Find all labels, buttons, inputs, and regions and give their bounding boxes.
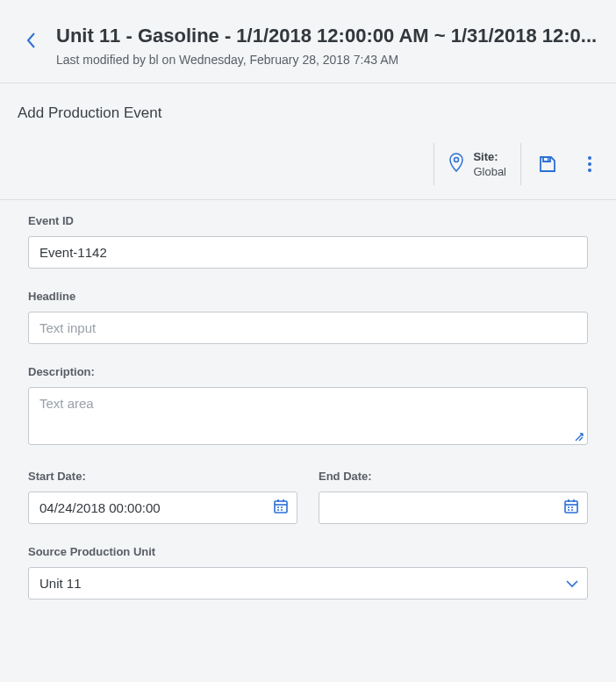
headline-label: Headline: [28, 290, 588, 303]
description-label: Description:: [28, 365, 588, 378]
more-menu-button[interactable]: [581, 152, 598, 176]
description-wrap: [28, 387, 588, 449]
source-unit-select[interactable]: [28, 567, 588, 599]
site-value: Global: [473, 165, 506, 178]
page-header: Unit 11 - Gasoline - 1/1/2018 12:00:00 A…: [0, 0, 616, 83]
start-date-col: Start Date:: [28, 470, 297, 524]
more-vertical-icon: [588, 156, 591, 172]
section-title: Add Production Event: [0, 83, 616, 122]
svg-point-0: [455, 158, 459, 162]
back-button[interactable]: [18, 26, 46, 54]
header-text-block: Unit 11 - Gasoline - 1/1/2018 12:00:00 A…: [56, 25, 598, 67]
event-id-input[interactable]: [28, 236, 588, 269]
form: Event ID Headline Description: Start Dat…: [0, 200, 616, 635]
headline-row: Headline: [28, 290, 588, 344]
end-date-col: End Date:: [319, 470, 588, 524]
end-date-input[interactable]: [319, 492, 588, 524]
start-date-input[interactable]: [28, 492, 297, 524]
end-date-label: End Date:: [319, 470, 588, 483]
description-textarea[interactable]: [28, 387, 588, 445]
svg-point-4: [588, 169, 591, 172]
source-unit-row: Source Production Unit: [28, 545, 588, 599]
location-pin-icon: [448, 153, 464, 176]
page-subtitle: Last modified by bl on Wednesday, Februa…: [56, 53, 598, 67]
event-id-label: Event ID: [28, 214, 588, 227]
date-row: Start Date: End Date:: [28, 470, 588, 524]
end-date-wrap: [319, 492, 588, 524]
description-row: Description:: [28, 365, 588, 449]
event-id-row: Event ID: [28, 214, 588, 269]
toolbar: Site: Global: [0, 122, 616, 200]
headline-input[interactable]: [28, 312, 588, 344]
page-title: Unit 11 - Gasoline - 1/1/2018 12:00:00 A…: [56, 25, 598, 47]
site-text: Site: Global: [473, 150, 506, 178]
chevron-left-icon: [25, 31, 38, 50]
save-icon: [539, 155, 556, 173]
save-button[interactable]: [535, 152, 560, 176]
source-unit-wrap: [28, 567, 588, 599]
svg-point-3: [588, 162, 591, 166]
source-unit-label: Source Production Unit: [28, 545, 588, 558]
site-group: Site: Global: [433, 143, 520, 185]
svg-point-2: [588, 156, 591, 160]
svg-rect-1: [548, 158, 549, 161]
start-date-label: Start Date:: [28, 470, 297, 483]
site-label: Site:: [473, 150, 506, 163]
save-group: [520, 143, 574, 185]
more-group: [574, 143, 598, 185]
start-date-wrap: [28, 492, 297, 524]
